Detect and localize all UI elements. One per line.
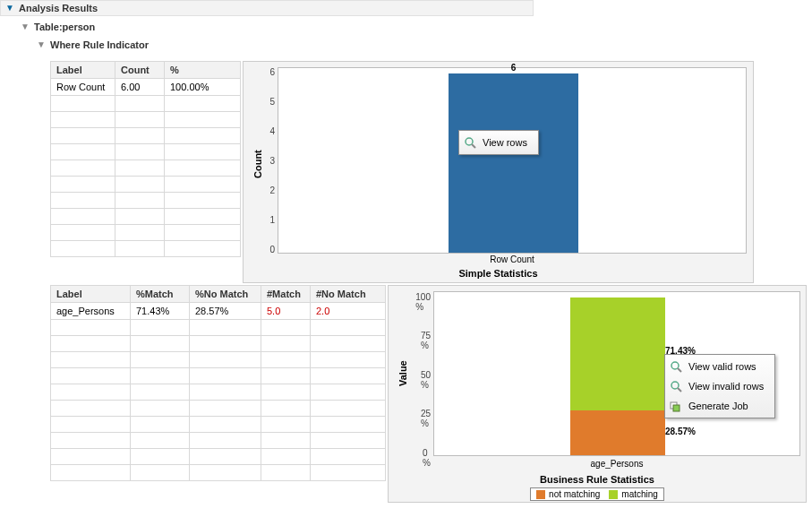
table-row bbox=[51, 144, 241, 160]
svg-point-2 bbox=[671, 362, 679, 369]
table-row bbox=[51, 417, 386, 433]
table-row bbox=[51, 209, 241, 225]
x-category-label: age_Persons bbox=[433, 459, 800, 469]
chart-title: Business Rule Statistics bbox=[389, 472, 806, 487]
context-menu: View rows bbox=[458, 130, 539, 155]
magnifier-icon bbox=[669, 359, 683, 374]
table-header-row: Label Count % bbox=[51, 62, 241, 79]
node-label: Table:person bbox=[34, 22, 95, 32]
table-row bbox=[51, 241, 241, 257]
table-row bbox=[51, 128, 241, 144]
table-row bbox=[51, 368, 386, 384]
table-row bbox=[51, 465, 386, 481]
svg-line-1 bbox=[472, 144, 475, 148]
y-axis-label: Count bbox=[252, 150, 263, 178]
cell-label: Row Count bbox=[51, 79, 115, 96]
table-row bbox=[51, 449, 386, 465]
table-row[interactable]: age_Persons 71.43% 28.57% 5.0 2.0 bbox=[51, 303, 386, 320]
table-row bbox=[51, 193, 241, 209]
table-row bbox=[51, 320, 386, 336]
magnifier-icon bbox=[669, 379, 683, 393]
bar-value-label: 6 bbox=[449, 63, 578, 73]
chart-business-rule-statistics: 0 % 25 % 50 % 75 % 100 % 71.43% 28.57% V… bbox=[388, 285, 807, 503]
bar-segment-notmatching[interactable] bbox=[570, 410, 665, 455]
swatch-notmatching bbox=[536, 490, 545, 499]
bar-segment-matching[interactable] bbox=[570, 297, 665, 410]
col-label[interactable]: Label bbox=[51, 286, 131, 303]
chart-bar[interactable] bbox=[449, 73, 578, 253]
ytick: 4 bbox=[269, 126, 278, 136]
generate-job-icon bbox=[669, 399, 683, 413]
section-analysis-results[interactable]: ▼ Analysis Results bbox=[0, 0, 534, 16]
menu-item-generate-job[interactable]: Generate Job bbox=[667, 396, 773, 416]
y-axis-label: Value bbox=[397, 360, 408, 386]
col-pnomatch[interactable]: %No Match bbox=[190, 286, 261, 303]
ytick: 3 bbox=[269, 156, 278, 166]
col-pmatch[interactable]: %Match bbox=[131, 286, 190, 303]
svg-line-3 bbox=[678, 368, 681, 372]
menu-item-view-invalid-rows[interactable]: View invalid rows bbox=[667, 376, 773, 396]
table-row bbox=[51, 225, 241, 241]
table-row bbox=[51, 336, 386, 352]
ytick: 25 % bbox=[421, 409, 434, 428]
svg-point-4 bbox=[671, 382, 679, 389]
col-nnomatch[interactable]: #No Match bbox=[311, 286, 386, 303]
ytick: 5 bbox=[269, 97, 278, 107]
ytick: 75 % bbox=[421, 331, 434, 350]
col-label[interactable]: Label bbox=[51, 62, 115, 79]
cell-nmatch: 5.0 bbox=[261, 303, 311, 320]
chart-legend: not matching matching bbox=[530, 487, 664, 501]
expand-icon[interactable]: ▼ bbox=[4, 3, 15, 13]
section-title-text: Analysis Results bbox=[19, 3, 98, 13]
table-row bbox=[51, 433, 386, 449]
cell-pct: 100.00% bbox=[165, 79, 241, 96]
table-header-row: Label %Match %No Match #Match #No Match bbox=[51, 286, 386, 303]
table-row bbox=[51, 352, 386, 368]
context-menu: View valid rows View invalid rows Genera… bbox=[664, 354, 775, 418]
menu-item-label: View invalid rows bbox=[688, 381, 764, 392]
chart-simple-statistics: 0 1 2 3 4 5 6 6 Count Row Count Simple S… bbox=[243, 61, 754, 283]
table-business-rule: Label %Match %No Match #Match #No Match … bbox=[50, 285, 386, 481]
menu-item-label: View valid rows bbox=[688, 361, 756, 372]
swatch-matching bbox=[609, 490, 618, 499]
table-row bbox=[51, 401, 386, 417]
table-row[interactable]: Row Count 6.00 100.00% bbox=[51, 79, 241, 96]
table-row bbox=[51, 177, 241, 193]
col-pct[interactable]: % bbox=[165, 62, 241, 79]
ytick: 0 bbox=[269, 245, 278, 254]
ytick: 6 bbox=[269, 67, 278, 77]
cell-count: 6.00 bbox=[115, 79, 165, 96]
table-row bbox=[51, 384, 386, 401]
table-row bbox=[51, 160, 241, 177]
col-count[interactable]: Count bbox=[115, 62, 165, 79]
legend-label-notmatching: not matching bbox=[549, 489, 600, 499]
legend-label-matching: matching bbox=[621, 489, 658, 499]
cell-label: age_Persons bbox=[51, 303, 131, 320]
svg-rect-7 bbox=[673, 405, 680, 411]
table-row bbox=[51, 112, 241, 128]
col-nmatch[interactable]: #Match bbox=[261, 286, 311, 303]
expand-icon[interactable]: ▼ bbox=[36, 39, 47, 50]
magnifier-icon bbox=[463, 135, 477, 150]
menu-item-view-rows[interactable]: View rows bbox=[461, 133, 536, 152]
node-where-rule[interactable]: ▼ Where Rule Indicator bbox=[32, 38, 812, 52]
table-simple-stats: Label Count % Row Count 6.00 100.00% bbox=[50, 61, 241, 257]
ytick: 1 bbox=[269, 215, 278, 225]
svg-point-0 bbox=[466, 138, 473, 145]
svg-line-5 bbox=[678, 388, 681, 392]
ytick: 2 bbox=[269, 185, 278, 195]
menu-item-view-valid-rows[interactable]: View valid rows bbox=[667, 357, 773, 376]
menu-item-label: View rows bbox=[483, 137, 527, 148]
node-table-person[interactable]: ▼ Table:person bbox=[16, 20, 812, 34]
ytick: 100 % bbox=[415, 292, 434, 312]
cell-pmatch: 71.43% bbox=[131, 303, 190, 320]
ytick: 50 % bbox=[421, 370, 434, 390]
chart-title: Simple Statistics bbox=[244, 266, 753, 280]
table-row bbox=[51, 96, 241, 112]
x-category-label: Row Count bbox=[278, 254, 747, 264]
cell-pnomatch: 28.57% bbox=[190, 303, 261, 320]
expand-icon[interactable]: ▼ bbox=[20, 22, 30, 32]
menu-item-label: Generate Job bbox=[688, 401, 748, 411]
node-label: Where Rule Indicator bbox=[50, 39, 149, 50]
cell-nnomatch: 2.0 bbox=[311, 303, 386, 320]
